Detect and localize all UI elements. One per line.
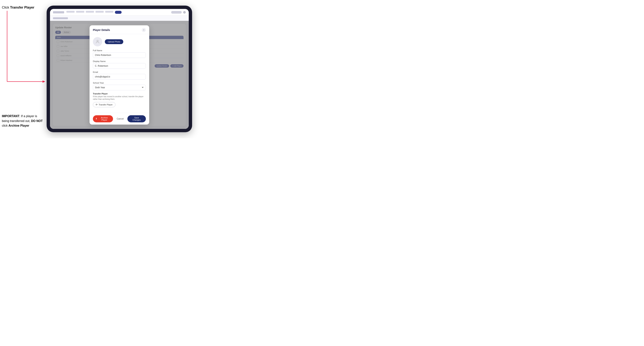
full-name-input[interactable] [93,52,146,58]
cancel-button[interactable]: Cancel [115,116,126,121]
modal-footer: ⬇ Archive Player Cancel Save Changes [90,113,149,125]
archive-player-button[interactable]: ⬇ Archive Player [93,115,113,122]
sub-label [53,17,68,19]
archive-label: Archive Player [8,124,29,127]
photo-row: Upload Photo [93,37,146,46]
display-name-label: Display Name [93,60,146,62]
app-nav [66,11,122,14]
display-name-group: Display Name [93,60,146,69]
full-name-group: Full Name [93,49,146,58]
transfer-btn-label: Transfer Player [99,104,113,106]
nav-item-coaches[interactable] [76,11,84,13]
svg-marker-2 [42,80,45,83]
school-year-group: School Year First Year Second Year Third… [93,82,146,90]
modal-body: Upload Photo Full Name Display Name [90,34,149,113]
modal-title: Player Details [93,28,110,31]
upload-photo-button[interactable]: Upload Photo [105,39,123,44]
nav-item-stats[interactable] [115,11,122,14]
modal-header: Player Details × [90,25,149,34]
bar-add-button[interactable] [171,11,182,13]
tablet-screen: Update Roster All Active Team Chris Robe… [50,9,189,129]
instruction-bold: Transfer Player [10,5,34,9]
email-group: Email [93,71,146,80]
transfer-player-button[interactable]: ⟳ Transfer Player [93,102,116,107]
archive-btn-label: Archive Player [98,117,110,121]
app-bar [50,9,189,16]
avatar [93,37,102,46]
app-bar-right [171,11,186,13]
email-label: Email [93,71,146,73]
do-not-label: DO NOT [31,119,43,123]
instruction-top: Click Transfer Player [2,5,34,10]
modal-close-button[interactable]: × [142,28,146,32]
transfer-icon: ⟳ [96,103,98,106]
svg-point-3 [97,40,98,42]
sub-bar [50,16,189,21]
instruction-text2: click [2,124,8,127]
nav-item-teams[interactable] [86,11,94,13]
save-changes-button[interactable]: Save Changes [128,115,146,122]
modal-overlay: Player Details × [50,21,189,129]
transfer-player-section: Transfer Player If this player has moved… [93,93,146,107]
content-area: Update Roster All Active Team Chris Robe… [50,21,189,129]
instruction-prefix: Click [2,5,10,9]
archive-icon: ⬇ [96,118,97,120]
nav-item-add[interactable] [105,11,114,13]
display-name-input[interactable] [93,63,146,69]
bar-user-icon [183,11,186,13]
nav-item-dashboard[interactable] [66,11,74,13]
school-year-select[interactable]: First Year Second Year Third Year Fourth… [93,85,146,90]
email-input[interactable] [93,74,146,80]
full-name-label: Full Name [93,49,146,52]
app-logo [53,11,64,13]
important-label: IMPORTANT [2,115,20,118]
player-details-modal: Player Details × [90,25,149,125]
school-year-label: School Year [93,82,146,84]
tablet-device: Update Roster All Active Team Chris Robe… [47,5,192,132]
nav-item-seasons[interactable] [96,11,104,13]
red-arrow [3,11,48,93]
transfer-section-desc: If this player has moved to another scho… [93,95,146,101]
transfer-section-title: Transfer Player [93,93,146,95]
instruction-bottom: IMPORTANT: If a player is being transfer… [2,114,43,128]
